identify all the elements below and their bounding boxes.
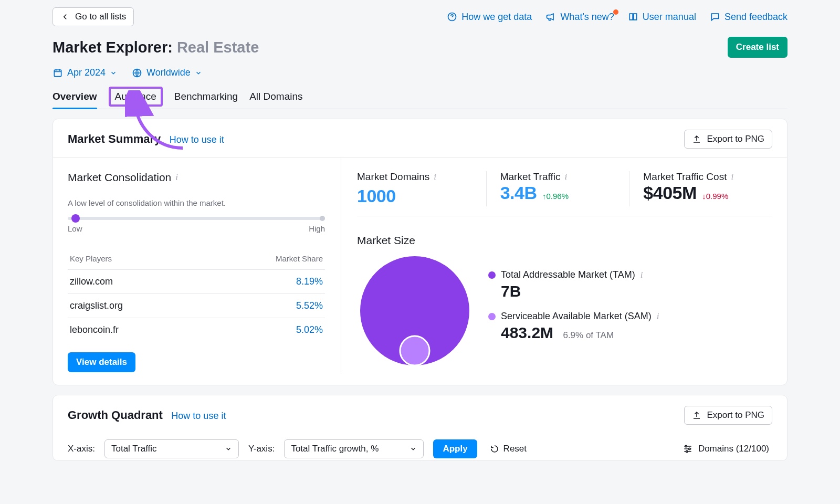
tab-audience[interactable]: Audience (109, 87, 163, 107)
x-axis-select[interactable]: Total Traffic (104, 439, 239, 458)
how-to-use-link[interactable]: How to use it (170, 134, 224, 145)
svg-point-5 (400, 336, 429, 365)
svg-point-6 (685, 445, 687, 447)
svg-point-7 (689, 448, 690, 449)
book-icon (628, 12, 638, 22)
upload-icon (692, 134, 701, 144)
export-png-button[interactable]: Export to PNG (684, 406, 772, 425)
tam-label: Total Addressable Market (TAM) (501, 269, 635, 280)
notification-dot-icon (613, 9, 618, 15)
chevron-down-icon (410, 445, 417, 453)
export-png-button[interactable]: Export to PNG (684, 130, 772, 149)
info-icon[interactable]: i (564, 172, 567, 182)
market-domains-value: 1000 (357, 186, 472, 206)
send-feedback-link[interactable]: Send feedback (710, 12, 788, 23)
upload-icon (692, 411, 701, 420)
market-cost-value: $405M (643, 183, 696, 203)
sam-dot-icon (488, 313, 496, 320)
info-icon[interactable]: i (434, 172, 436, 182)
svg-point-1 (452, 19, 453, 19)
key-players-table: Key Players Market Share zillow.com8.19%… (68, 248, 325, 342)
market-size-title: Market Size (357, 234, 772, 247)
tam-value: 7B (501, 282, 772, 300)
apply-button[interactable]: Apply (433, 439, 477, 458)
sam-value: 483.2M 6.9% of TAM (501, 324, 772, 342)
chat-icon (710, 12, 720, 22)
traffic-delta: ↑0.96% (542, 192, 569, 201)
svg-rect-2 (54, 70, 61, 77)
table-row[interactable]: zillow.com8.19% (68, 269, 325, 293)
market-domains-label: Market Domains (357, 171, 429, 183)
info-icon[interactable]: i (640, 270, 643, 280)
user-manual-link[interactable]: User manual (628, 12, 696, 23)
market-summary-title: Market Summary (68, 132, 161, 145)
growth-quadrant-panel: Growth Quadrant How to use it Export to … (52, 395, 788, 461)
calendar-icon (52, 68, 63, 78)
back-label: Go to all lists (75, 12, 126, 22)
date-filter[interactable]: Apr 2024 (52, 67, 117, 78)
how-we-get-data-link[interactable]: How we get data (447, 12, 532, 23)
consolidation-slider: Low High (68, 217, 325, 233)
market-size-chart (357, 253, 472, 369)
domains-filter-button[interactable]: Domains (12/100) (679, 443, 772, 455)
growth-title: Growth Quadrant (68, 408, 163, 422)
chevron-down-icon (225, 445, 232, 453)
market-summary-panel: Market Summary How to use it Export to P… (52, 119, 788, 385)
sliders-icon (682, 444, 693, 454)
consolidation-subtitle: A low level of consolidation within the … (68, 198, 325, 207)
market-traffic-value: 3.4B (500, 183, 537, 203)
consolidation-title: Market Consolidation (68, 171, 171, 184)
market-cost-label: Market Traffic Cost (643, 171, 727, 183)
tab-all-domains[interactable]: All Domains (249, 87, 302, 109)
view-details-button[interactable]: View details (68, 352, 135, 372)
arrow-left-icon (60, 12, 70, 22)
whats-new-link[interactable]: What's new? (545, 12, 614, 23)
megaphone-icon (545, 12, 556, 22)
back-to-lists-button[interactable]: Go to all lists (52, 7, 134, 26)
sam-label: Serviceable Available Market (SAM) (501, 311, 652, 322)
refresh-icon (490, 444, 499, 454)
y-axis-select[interactable]: Total Traffic growth, % (284, 439, 424, 458)
chevron-down-icon (195, 69, 202, 77)
table-row[interactable]: leboncoin.fr5.02% (68, 318, 325, 342)
tam-dot-icon (488, 271, 496, 279)
reset-button[interactable]: Reset (487, 443, 530, 455)
how-to-use-link[interactable]: How to use it (171, 411, 226, 421)
info-icon[interactable]: i (731, 172, 733, 182)
cost-delta: ↓0.99% (702, 192, 728, 201)
x-axis-label: X-axis: (68, 444, 95, 454)
create-list-button[interactable]: Create list (728, 37, 788, 58)
chevron-down-icon (110, 69, 117, 77)
y-axis-label: Y-axis: (248, 444, 275, 454)
page-title: Market Explorer: Real Estate (52, 39, 259, 56)
globe-icon (132, 68, 142, 78)
help-circle-icon (447, 12, 457, 22)
tab-overview[interactable]: Overview (52, 87, 97, 109)
table-row[interactable]: craigslist.org5.52% (68, 293, 325, 318)
tab-benchmarking[interactable]: Benchmarking (174, 87, 238, 109)
region-filter[interactable]: Worldwide (132, 67, 202, 78)
svg-point-8 (686, 450, 688, 452)
market-traffic-label: Market Traffic (500, 171, 561, 183)
info-icon[interactable]: i (657, 311, 659, 322)
info-icon[interactable]: i (175, 172, 178, 183)
